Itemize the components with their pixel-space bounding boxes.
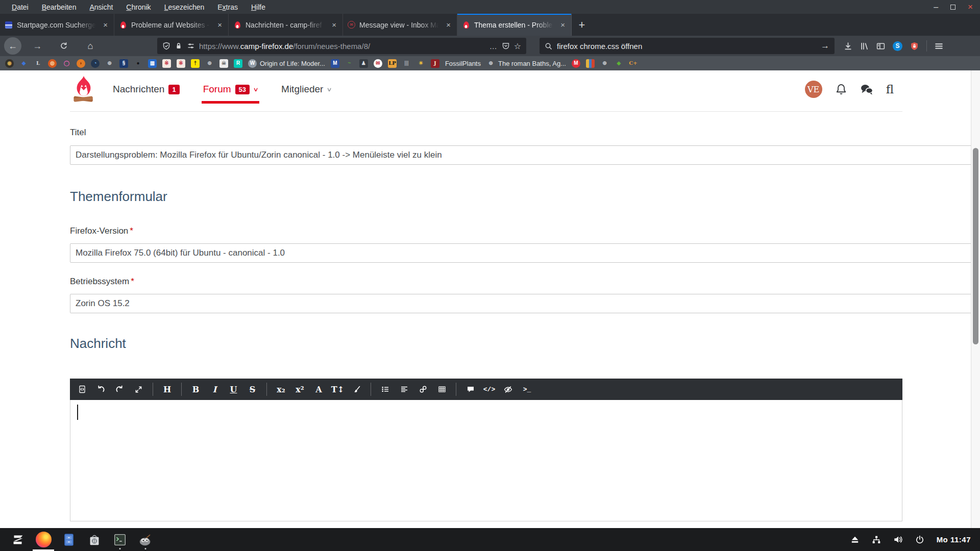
bookmark-item[interactable]: ⊕	[105, 59, 114, 68]
editor-table-button[interactable]	[433, 381, 451, 398]
bookmark-item[interactable]: L	[34, 59, 42, 68]
taskbar-software-button[interactable]	[82, 528, 107, 551]
editor-undo-button[interactable]	[92, 381, 110, 398]
bookmark-item[interactable]: ♟	[359, 59, 368, 68]
site-search-icon[interactable]: fl	[886, 83, 894, 96]
bookmark-item[interactable]: ​	[586, 59, 595, 68]
bookmark-item[interactable]: ◎	[48, 59, 57, 68]
avatar[interactable]: VE	[805, 81, 822, 98]
adblock-shield-icon[interactable]	[910, 42, 919, 51]
bookmark-item[interactable]: ▥	[148, 59, 157, 68]
bookmark-item[interactable]: ◗	[77, 59, 85, 68]
permissions-icon[interactable]	[187, 42, 195, 50]
editor-redo-button[interactable]	[111, 381, 129, 398]
bookmark-item[interactable]: ~	[345, 59, 354, 68]
editor-italic-button[interactable]: I	[206, 381, 224, 398]
volume-icon[interactable]	[893, 535, 903, 544]
bookmark-item[interactable]: ⊕	[600, 59, 609, 68]
editor-strikethrough-button[interactable]: S	[243, 381, 261, 398]
downloads-icon[interactable]	[844, 42, 852, 51]
field-input[interactable]	[70, 243, 980, 263]
bookmark-item[interactable]: R	[234, 59, 242, 68]
bookmark-item[interactable]: †	[191, 59, 200, 68]
editor-align-button[interactable]	[395, 381, 413, 398]
notifications-bell-icon[interactable]	[835, 83, 847, 95]
taskbar-terminal-button[interactable]	[107, 528, 133, 551]
eject-icon[interactable]	[850, 535, 860, 544]
editor-subscript-button[interactable]: x₂	[272, 381, 290, 398]
editor-underline-button[interactable]: U	[225, 381, 242, 398]
browser-tab[interactable]: Startpage.com Sucherge ×	[0, 14, 114, 36]
menubar-item[interactable]: Bearbeiten	[35, 3, 83, 11]
minimize-button[interactable]: –	[934, 3, 938, 11]
menubar-item[interactable]: Hilfe	[244, 3, 272, 11]
bookmark-item[interactable]: W Origin of Life: Moder...	[248, 59, 325, 68]
editor-maximize-button[interactable]	[130, 381, 148, 398]
taskbar-files-button[interactable]	[56, 528, 82, 551]
bookmark-item[interactable]: ⊕	[205, 59, 214, 68]
site-nav-item[interactable]: Forum 53 ∨	[203, 84, 258, 95]
bookmark-star-icon[interactable]: ☆	[514, 41, 521, 51]
browser-tab[interactable]: Probleme auf Websites - ×	[114, 14, 229, 36]
bookmark-item[interactable]: ◆	[615, 59, 623, 68]
editor-heading-button[interactable]: H	[158, 381, 176, 398]
bookmark-item[interactable]: ◔	[91, 59, 100, 68]
tab-close-icon[interactable]: ×	[445, 20, 452, 29]
bookmark-item[interactable]: ✉	[374, 59, 382, 68]
tracking-shield-icon[interactable]	[162, 42, 170, 50]
tab-close-icon[interactable]: ×	[216, 20, 224, 29]
power-icon[interactable]	[915, 535, 924, 544]
bookmark-item[interactable]: ◆	[19, 59, 28, 68]
skype-extension-icon[interactable]: S	[893, 41, 902, 51]
taskbar-firefox-button[interactable]	[31, 528, 56, 551]
menubar-item[interactable]: Lesezeichen	[158, 3, 211, 11]
bookmark-item[interactable]: FossilPlants	[445, 60, 481, 67]
search-go-icon[interactable]: →	[821, 41, 829, 51]
maximize-button[interactable]	[950, 5, 955, 10]
tab-close-icon[interactable]: ×	[559, 20, 567, 29]
zorin-menu-button[interactable]	[5, 528, 31, 551]
bookmark-item[interactable]: ⊕ The roman Baths, Ag...	[486, 59, 566, 68]
browser-tab[interactable]: Thema erstellen - Proble ×	[457, 14, 572, 36]
close-button[interactable]: ×	[968, 3, 973, 11]
site-nav-item[interactable]: Mitglieder ∨	[281, 84, 331, 95]
chat-bubbles-icon[interactable]	[860, 83, 873, 95]
reload-button[interactable]	[56, 42, 71, 50]
browser-tab[interactable]: Message view - Inbox Ma ×	[343, 14, 457, 36]
page-scrollbar-track[interactable]	[971, 70, 980, 528]
hamburger-menu-icon[interactable]	[935, 42, 943, 51]
menubar-item[interactable]: Chronik	[119, 3, 157, 11]
editor-source-button[interactable]	[73, 381, 91, 398]
page-actions-icon[interactable]: …	[489, 42, 498, 51]
library-icon[interactable]	[860, 42, 869, 51]
bookmark-item[interactable]: ※	[177, 59, 185, 68]
bookmark-item[interactable]: J	[431, 59, 439, 68]
bookmark-item[interactable]: |||	[402, 59, 411, 68]
bookmark-item[interactable]: LP	[388, 59, 397, 68]
search-input-value[interactable]: firefox chrome.css öffnen	[557, 42, 642, 51]
campfire-logo[interactable]	[70, 75, 97, 106]
bookmark-item[interactable]: M	[572, 59, 580, 68]
editor-link-button[interactable]	[414, 381, 432, 398]
url-bar[interactable]: https://www.camp-firefox.de/forum/neues-…	[157, 38, 526, 54]
editor-remove-format-button[interactable]	[348, 381, 365, 398]
site-nav-item[interactable]: Nachrichten 1	[113, 84, 180, 95]
pocket-icon[interactable]	[502, 42, 510, 50]
field-input[interactable]	[70, 294, 980, 313]
bookmark-item[interactable]: ※	[162, 59, 171, 68]
menubar-item[interactable]: Ansicht	[83, 3, 119, 11]
back-button[interactable]: ←	[4, 37, 21, 55]
bookmark-item[interactable]: ◉	[5, 59, 14, 68]
search-bar[interactable]: firefox chrome.css öffnen →	[540, 38, 835, 54]
editor-code-button[interactable]: </>	[480, 381, 498, 398]
bookmark-item[interactable]: ☠	[219, 59, 228, 68]
page-scrollbar-thumb[interactable]	[973, 148, 978, 344]
tab-close-icon[interactable]: ×	[330, 20, 338, 29]
forward-button[interactable]: →	[30, 41, 45, 52]
editor-spoiler-button[interactable]	[499, 381, 517, 398]
new-tab-button[interactable]: +	[572, 14, 592, 36]
editor-font-color-button[interactable]: A	[310, 381, 328, 398]
taskbar-gimp-button[interactable]	[133, 528, 158, 551]
bookmark-item[interactable]: C+	[629, 59, 638, 68]
menubar-item[interactable]: Extras	[211, 3, 244, 11]
